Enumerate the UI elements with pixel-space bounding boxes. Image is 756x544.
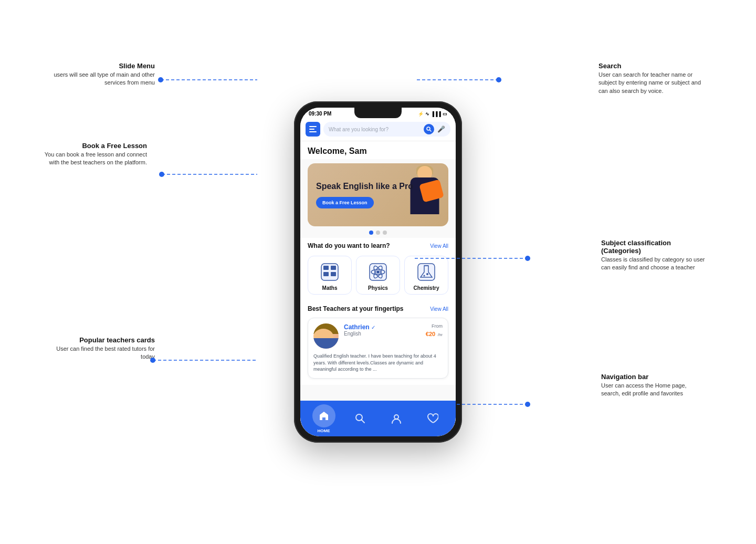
nav-item-search[interactable] bbox=[342, 413, 378, 424]
category-physics[interactable]: Physics bbox=[356, 256, 400, 295]
hero-banner: Speak English like a Pro Book a Free Les… bbox=[308, 163, 448, 226]
book-lesson-ann-title: Book a Free Lesson bbox=[42, 142, 147, 150]
svg-point-30 bbox=[525, 402, 530, 407]
nav-item-favorites[interactable] bbox=[414, 413, 450, 424]
teacher-top: Cathrien ✓ English From €20 /hr bbox=[313, 323, 443, 349]
navbar-ann-title: Navigation bar bbox=[601, 373, 706, 381]
carousel-dots bbox=[300, 231, 456, 235]
bluetooth-icon: ⚡ bbox=[418, 111, 424, 117]
learn-section-title: What do you want to learn? bbox=[308, 242, 390, 249]
search-icon-circle bbox=[424, 124, 434, 134]
nav-item-profile[interactable] bbox=[378, 413, 414, 424]
teachers-section-title: Best Teachers at your fingertips bbox=[308, 305, 404, 312]
subject-ann-title: Subject classification (Categories) bbox=[601, 239, 706, 255]
annotation-subject: Subject classification (Categories) Clas… bbox=[601, 239, 706, 272]
dot-2[interactable] bbox=[376, 231, 380, 235]
search-ann-title: Search bbox=[598, 62, 704, 70]
teacher-bio: Qualified English teacher. I have been t… bbox=[313, 353, 443, 373]
dot-3[interactable] bbox=[383, 231, 387, 235]
categories-row: Maths Physics bbox=[300, 253, 456, 301]
phone-mockup: 09:30 PM ⚡ ∿ ▐▐▐ ▭ What are you looking … bbox=[294, 101, 462, 443]
phone-notch bbox=[354, 108, 402, 118]
svg-point-14 bbox=[426, 273, 428, 275]
svg-point-8 bbox=[376, 270, 380, 274]
hero-text-block: Speak English like a Pro Book a Free Les… bbox=[316, 181, 441, 209]
teacher-name: Cathrien bbox=[344, 323, 370, 331]
svg-rect-12 bbox=[418, 264, 435, 280]
book-lesson-ann-desc: You can book a free lesson and connect w… bbox=[42, 151, 147, 167]
nav-home-label: HOME bbox=[318, 428, 330, 433]
svg-point-15 bbox=[424, 275, 425, 277]
teachers-section-header: Best Teachers at your fingertips View Al… bbox=[300, 301, 456, 316]
svg-point-18 bbox=[394, 415, 398, 419]
nav-bar: HOME bbox=[300, 401, 456, 436]
signal-icon: ▐▐▐ bbox=[431, 111, 441, 117]
teacher-subject: English bbox=[344, 331, 421, 337]
nav-search-icon bbox=[354, 413, 366, 424]
svg-point-26 bbox=[525, 256, 530, 261]
nav-home-circle bbox=[312, 404, 335, 427]
avatar-body bbox=[313, 338, 339, 349]
svg-rect-4 bbox=[331, 266, 336, 270]
nav-heart-icon bbox=[427, 413, 438, 424]
from-label: From bbox=[426, 323, 443, 329]
annotation-search: Search User can search for teacher name … bbox=[598, 62, 704, 95]
search-input-wrap[interactable]: What are you looking for? 🎤 bbox=[323, 122, 450, 137]
wifi-icon: ∿ bbox=[425, 111, 429, 117]
annotation-popular: Popular teachers cards User can fined th… bbox=[50, 336, 155, 361]
teacher-info: Cathrien ✓ English bbox=[344, 323, 421, 337]
maths-icon bbox=[319, 261, 340, 283]
category-maths[interactable]: Maths bbox=[308, 256, 352, 295]
hamburger-button[interactable] bbox=[306, 122, 320, 137]
battery-icon: ▭ bbox=[443, 111, 447, 117]
phone-screen: 09:30 PM ⚡ ∿ ▐▐▐ ▭ What are you looking … bbox=[300, 108, 456, 436]
teacher-avatar bbox=[313, 323, 339, 349]
annotation-book-lesson: Book a Free Lesson You can book a free l… bbox=[42, 142, 147, 167]
dot-1[interactable] bbox=[369, 231, 373, 235]
category-chemistry[interactable]: Chemistry bbox=[404, 256, 448, 295]
nav-item-home[interactable]: HOME bbox=[306, 404, 342, 433]
svg-rect-5 bbox=[323, 272, 329, 276]
physics-label: Physics bbox=[368, 285, 388, 291]
learn-section-header: What do you want to learn? View All bbox=[300, 238, 456, 253]
welcome-text: Welcome, Sam bbox=[308, 147, 448, 156]
phone-body: 09:30 PM ⚡ ∿ ▐▐▐ ▭ What are you looking … bbox=[294, 101, 462, 443]
svg-point-22 bbox=[496, 77, 501, 82]
popular-ann-title: Popular teachers cards bbox=[50, 336, 155, 344]
annotation-navbar: Navigation bar User can access the Home … bbox=[601, 373, 706, 398]
teachers-view-all[interactable]: View All bbox=[430, 306, 448, 312]
search-ann-desc: User can search for teacher name or subj… bbox=[598, 71, 704, 95]
teacher-card[interactable]: Cathrien ✓ English From €20 /hr bbox=[308, 318, 448, 379]
teachers-section: Best Teachers at your fingertips View Al… bbox=[300, 301, 456, 385]
svg-point-20 bbox=[158, 77, 163, 82]
per-hour: /hr bbox=[438, 332, 443, 337]
svg-line-1 bbox=[430, 130, 432, 132]
search-bar-container: What are you looking for? 🎤 bbox=[300, 119, 456, 141]
chemistry-icon bbox=[416, 261, 437, 283]
svg-line-17 bbox=[361, 420, 364, 423]
annotation-slide-menu: Slide Menu users will see all type of ma… bbox=[50, 62, 155, 87]
status-icons: ⚡ ∿ ▐▐▐ ▭ bbox=[418, 111, 447, 117]
book-free-lesson-button[interactable]: Book a Free Lesson bbox=[316, 197, 374, 208]
welcome-section: Welcome, Sam bbox=[300, 141, 456, 159]
hamburger-icon bbox=[309, 126, 317, 132]
teacher-price-block: From €20 /hr bbox=[426, 323, 443, 338]
navbar-ann-desc: User can access the Home page, search, e… bbox=[601, 382, 706, 398]
nav-profile-icon bbox=[391, 413, 402, 424]
svg-rect-6 bbox=[331, 272, 336, 276]
svg-point-24 bbox=[159, 172, 164, 177]
verified-icon: ✓ bbox=[371, 325, 375, 330]
teacher-name-row: Cathrien ✓ bbox=[344, 323, 421, 331]
subject-ann-desc: Classes is classified by category so use… bbox=[601, 256, 706, 272]
status-time: 09:30 PM bbox=[309, 111, 331, 117]
chemistry-label: Chemistry bbox=[414, 285, 439, 291]
physics-icon bbox=[368, 261, 388, 283]
slide-menu-desc: users will see all type of main and othe… bbox=[50, 71, 155, 87]
mic-icon[interactable]: 🎤 bbox=[437, 125, 445, 133]
screen-content: Welcome, Sam Speak English like a Pro Bo… bbox=[300, 141, 456, 428]
svg-rect-3 bbox=[323, 266, 329, 270]
search-placeholder: What are you looking for? bbox=[329, 127, 421, 132]
learn-view-all[interactable]: View All bbox=[430, 243, 448, 249]
popular-ann-desc: User can fined the best rated tutors for… bbox=[50, 345, 155, 361]
slide-menu-title: Slide Menu bbox=[50, 62, 155, 70]
